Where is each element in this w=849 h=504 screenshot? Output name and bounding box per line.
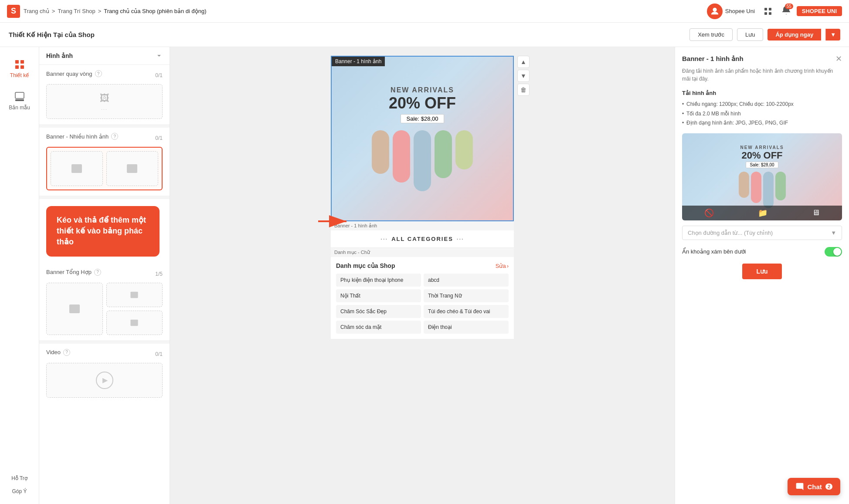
canvas-danh-muc-label-text: Danh mục - Chữ bbox=[334, 250, 370, 255]
banner-nhieu-selected-wrapper bbox=[46, 147, 163, 190]
page-title: Thiết Kế Hiện Tại của Shop bbox=[9, 31, 95, 39]
canvas-label-danh-muc: Danh mục - Chữ bbox=[331, 248, 514, 257]
close-button[interactable]: ✕ bbox=[835, 54, 842, 64]
video-count: 0/1 bbox=[155, 351, 163, 357]
shop-cat-edit-button[interactable]: Sửa › bbox=[496, 263, 509, 269]
cat-item-1-right: Thời Trang Nữ bbox=[424, 289, 509, 302]
img-toolbar-folder[interactable]: 📁 bbox=[754, 208, 772, 218]
shopee-uni-widget[interactable]: Shopee Uni bbox=[707, 3, 755, 19]
video-title: Video ? bbox=[46, 349, 70, 356]
preview-off: 20% OFF bbox=[739, 150, 786, 161]
canvas-area: Banner - 1 hình ảnh NEW ARRIVALS 20% OFF… bbox=[170, 47, 675, 504]
main-layout: Thiết kế Bản mẫu Hỗ Trợ Góp Ý Hình ảnh B… bbox=[0, 47, 849, 504]
svg-point-14 bbox=[129, 166, 132, 169]
save-button[interactable]: Lưu bbox=[737, 28, 763, 41]
banner-quay-vong-card[interactable]: 🖼 ... bbox=[46, 84, 163, 119]
panel-header: Hình ảnh bbox=[39, 47, 170, 65]
img-toolbar-no-link[interactable]: 🚫 bbox=[700, 208, 718, 218]
toggle-label: Ẩn khoảng xám bên dưới bbox=[682, 248, 746, 255]
preview-sale: Sale: $28,00 bbox=[746, 162, 778, 168]
svg-point-16 bbox=[71, 306, 74, 309]
sidebar-ho-tro[interactable]: Hỗ Trợ bbox=[9, 473, 30, 484]
banner-tong-hop-card-2[interactable] bbox=[106, 283, 163, 307]
upload-section-label: Tải hình ảnh bbox=[682, 90, 842, 96]
cat-item-3-left: Chăm sóc da mặt bbox=[336, 321, 421, 334]
banner-background: NEW ARRIVALS 20% OFF Sale: $28,00 bbox=[332, 57, 513, 220]
svg-point-12 bbox=[74, 166, 76, 169]
capsule-5 bbox=[455, 130, 473, 169]
sidebar-gop-y[interactable]: Góp Ý bbox=[9, 486, 29, 497]
banner-quay-vong-section: Banner quay vòng ? 0/1 🖼 ... bbox=[39, 65, 170, 124]
video-card[interactable]: ▶ bbox=[46, 363, 163, 398]
cat-dots-left: ··· bbox=[380, 236, 388, 242]
select-link-dropdown[interactable]: Chọn đường dẫn từ... (Tùy chỉnh) ▼ bbox=[682, 226, 842, 240]
sidebar-ban-mau-label: Bản mẫu bbox=[9, 105, 30, 111]
apps-grid-icon[interactable] bbox=[760, 3, 776, 19]
banner-sale-badge: Sale: $28,00 bbox=[401, 114, 444, 123]
banner-nhieu-card-1[interactable] bbox=[51, 151, 103, 186]
shopee-uni-icon bbox=[707, 3, 723, 19]
preview-capsule-3 bbox=[763, 172, 774, 208]
canvas-inner: Banner - 1 hình ảnh NEW ARRIVALS 20% OFF… bbox=[331, 56, 514, 339]
section-divider-1 bbox=[39, 124, 170, 128]
save-right-button[interactable]: Lưu bbox=[742, 264, 781, 279]
svg-rect-4 bbox=[769, 12, 771, 15]
sidebar-item-thiet-ke[interactable]: Thiết kế bbox=[4, 54, 35, 83]
banner-nhieu-card-2[interactable] bbox=[106, 151, 159, 186]
svg-point-20 bbox=[132, 321, 134, 322]
preview-capsules bbox=[739, 172, 786, 208]
banner-nhieu-section: Banner - Nhiều hình ảnh ? 0/1 bbox=[39, 128, 170, 196]
banner-canvas-wrapper: Banner - 1 hình ảnh NEW ARRIVALS 20% OFF… bbox=[331, 56, 514, 221]
delete-button[interactable]: 🗑 bbox=[517, 84, 530, 96]
toggle-switch[interactable] bbox=[825, 247, 842, 257]
notification-bell[interactable]: 55 bbox=[781, 5, 791, 17]
banner-nhieu-grid bbox=[51, 151, 158, 186]
capsule-3 bbox=[414, 130, 431, 191]
shop-cat-title: Danh mục của Shop bbox=[336, 262, 395, 269]
banner-preview[interactable]: Banner - 1 hình ảnh NEW ARRIVALS 20% OFF… bbox=[331, 56, 514, 221]
shopee-uni-label: Shopee Uni bbox=[725, 8, 755, 14]
chat-icon bbox=[795, 482, 804, 491]
move-up-button[interactable]: ▲ bbox=[517, 56, 530, 68]
chat-badge: 2 bbox=[825, 484, 832, 490]
cat-item-0-right: abcd bbox=[424, 274, 509, 287]
right-panel-description: Đăng tải hình ảnh sản phẩm hoặc hình ảnh… bbox=[682, 67, 842, 83]
help-icon-1[interactable]: ? bbox=[111, 133, 118, 140]
image-preview-box: NEW ARRIVALS 20% OFF Sale: $28,00 🚫 📁 🖥 bbox=[682, 133, 842, 220]
breadcrumb-shop-design[interactable]: Trang Trí Shop bbox=[58, 8, 95, 14]
user-label[interactable]: SHOPEE UNI bbox=[797, 6, 842, 16]
banner-tong-hop-card-3[interactable] bbox=[106, 311, 163, 335]
preview-button[interactable]: Xem trước bbox=[689, 28, 733, 41]
banner-tong-hop-grid bbox=[46, 283, 163, 335]
chat-label: Chat bbox=[808, 483, 822, 490]
banner-tong-hop-section: Banner Tổng Hợp ? 1/5 bbox=[39, 264, 170, 340]
drag-tooltip: Kéo và thả để thêm một thiết kế vào bảng… bbox=[46, 206, 160, 257]
banner-new-arrivals: NEW ARRIVALS bbox=[372, 86, 473, 94]
help-icon-0[interactable]: ? bbox=[95, 70, 102, 77]
preview-new-arrivals: NEW ARRIVALS bbox=[739, 145, 786, 150]
svg-rect-9 bbox=[15, 92, 24, 98]
apply-dropdown-button[interactable]: ▼ bbox=[825, 29, 840, 41]
breadcrumb-home[interactable]: Trang chủ bbox=[24, 8, 49, 14]
toolbar: Thiết Kế Hiện Tại của Shop Xem trước Lưu… bbox=[0, 23, 849, 47]
shop-categories: Danh mục của Shop Sửa › Phụ kiện điện th… bbox=[331, 257, 514, 339]
banner-tong-hop-large-card[interactable] bbox=[46, 283, 103, 335]
preview-capsule-4 bbox=[775, 172, 786, 200]
upload-info-1: Tối đa 2.0 MB mỗi hình bbox=[682, 109, 842, 119]
move-down-button[interactable]: ▼ bbox=[517, 70, 530, 82]
chat-button[interactable]: Chat 2 bbox=[788, 478, 840, 495]
right-panel-header: Banner - 1 hình ảnh ✕ bbox=[682, 54, 842, 64]
sidebar-item-ban-mau[interactable]: Bản mẫu bbox=[4, 86, 35, 115]
shopee-logo: S bbox=[7, 5, 20, 18]
banner-tong-hop-count: 1/5 bbox=[155, 271, 163, 277]
img-toolbar-desktop[interactable]: 🖥 bbox=[808, 208, 824, 218]
help-icon-3[interactable]: ? bbox=[63, 349, 70, 356]
right-panel: Banner - 1 hình ảnh ✕ Đăng tải hình ảnh … bbox=[675, 47, 849, 504]
panel-collapse-icon[interactable] bbox=[156, 52, 163, 59]
apply-button[interactable]: Áp dụng ngay bbox=[767, 29, 821, 41]
banner-nhieu-count: 0/1 bbox=[155, 135, 163, 141]
banner-content: NEW ARRIVALS 20% OFF Sale: $28,00 bbox=[372, 86, 473, 191]
help-icon-2[interactable]: ? bbox=[94, 269, 101, 276]
section-divider-3 bbox=[39, 340, 170, 344]
svg-point-18 bbox=[132, 293, 134, 294]
